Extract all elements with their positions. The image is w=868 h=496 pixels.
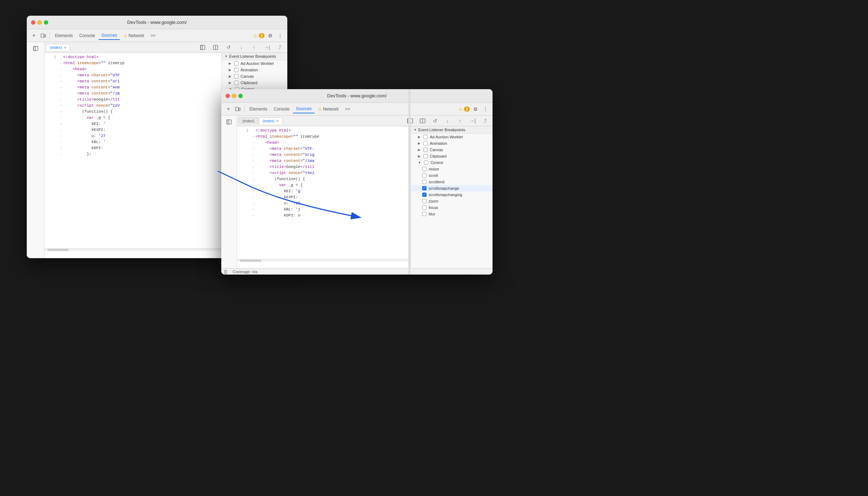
scrollbar-thumb-2[interactable] (240, 260, 261, 262)
tab-close-1[interactable]: ✕ (64, 46, 66, 50)
bp-sub-checkbox-w2-resize[interactable] (422, 167, 427, 171)
bp-section-header-2[interactable]: ▼ Event Listener Breakpoints (411, 126, 493, 134)
source-tab-index-2a[interactable]: (index) (238, 117, 258, 124)
traffic-lights-2[interactable] (226, 94, 243, 98)
inspect-icon-1[interactable]: ⌖ (30, 31, 38, 40)
console-icon-2[interactable]: {} (224, 269, 227, 274)
bp-sub-checkbox-w2-scrollend[interactable] (422, 180, 427, 184)
minimize-button-1[interactable] (37, 20, 42, 25)
toolbar-1: ⌖ Elements Console Sources ⚠ Network >> … (27, 29, 287, 42)
close-button-1[interactable] (31, 20, 35, 25)
bp-item-3[interactable]: ▶ Canvas (222, 73, 287, 80)
bp-sub-item-w2-zoom[interactable]: zoom (411, 198, 493, 204)
tab-elements-1[interactable]: Elements (52, 32, 76, 40)
source-tab-index-1[interactable]: (index) ✕ (46, 44, 70, 51)
code-line: – kOPI: o (237, 213, 410, 219)
bp-checkbox-w2-3[interactable] (423, 148, 428, 152)
bp-sub-item-w2-scrollend[interactable]: scrollend (411, 179, 493, 185)
devtools-window-2: DevTools - www.google.com/ ⌖ Elements Co… (221, 89, 493, 275)
sidebar-toggle-1[interactable] (30, 44, 42, 53)
code-editor-2[interactable]: 1 <!doctype html> – <html itemscope="" i… (237, 126, 410, 268)
settings-icon-1[interactable]: ⚙ (266, 31, 274, 40)
code-line: – <meta content="ori (45, 78, 221, 85)
bp-item-w2-4[interactable]: ▶ Clipboard (411, 153, 493, 159)
bp-item-w2-3[interactable]: ▶ Canvas (411, 147, 493, 153)
tab-sources-1[interactable]: Sources (99, 31, 120, 40)
bp-sub-checkbox-w2-blur[interactable] (422, 212, 427, 216)
bp-sub-checkbox-w2-scrollsnapchange[interactable]: ✓ (422, 186, 427, 190)
tab-sources-2[interactable]: Sources (293, 105, 314, 113)
tabs-bar-1: (index) ✕ ↺ ↓ ↑ (45, 42, 287, 53)
bp-sub-item-w2-blur[interactable]: blur (411, 211, 493, 217)
step-out-btn-1[interactable]: ↑ (248, 42, 260, 52)
bp-item-2[interactable]: ▶ Animation (222, 67, 287, 73)
bp-checkbox-w2-1[interactable] (423, 135, 428, 139)
bp-checkbox-4[interactable] (234, 81, 238, 85)
minimize-button-2[interactable] (232, 94, 236, 98)
code-line: – <meta content="Anm (45, 85, 221, 91)
close-button-2[interactable] (226, 94, 230, 98)
bp-checkbox-w2-2[interactable] (423, 141, 428, 145)
scrollbar-thumb-1[interactable] (47, 249, 69, 251)
step-btn-2[interactable]: →| (466, 116, 479, 126)
bp-item-w2-5[interactable]: ▼ Control (411, 159, 493, 166)
bp-item-1[interactable]: ▶ Ad Auction Worklet (222, 60, 287, 67)
bp-sub-item-w2-scrollsnapchanging[interactable]: ✓ scrollsnapchanging (411, 191, 493, 198)
settings-icon-2[interactable]: ⚙ (471, 105, 480, 113)
bp-item-w2-2[interactable]: ▶ Animation (411, 140, 493, 147)
step-over-2[interactable]: ↺ (429, 116, 441, 126)
bp-item-w2-1[interactable]: ▶ Ad Auction Worklet (411, 134, 493, 140)
split-btn-1[interactable] (210, 42, 222, 52)
tab-close-2[interactable]: ✕ (276, 119, 279, 123)
device-icon-2[interactable] (233, 105, 242, 113)
scrollbar-1[interactable] (45, 248, 221, 251)
add-tab-btn-1[interactable] (197, 42, 209, 52)
bp-checkbox-w2-4[interactable] (423, 154, 428, 158)
tab-console-2[interactable]: Console (271, 105, 292, 113)
code-line: – u: '719 (237, 200, 410, 206)
device-icon-1[interactable] (39, 31, 47, 40)
step-btn-1[interactable]: →| (261, 42, 273, 52)
code-editor-1[interactable]: 1 <!doctype html> – <html itemscope="" i… (45, 53, 221, 258)
step-into-2[interactable]: ↓ (441, 116, 454, 126)
bp-sub-checkbox-w2-zoom[interactable] (422, 199, 427, 203)
tabs-bar-2: (index) (index) ✕ (237, 116, 493, 126)
more-icon-2[interactable]: ⋮ (481, 105, 490, 113)
traffic-lights-1[interactable] (31, 20, 48, 25)
bp-section-header-1[interactable]: ▼ Event Listener Breakpoints (222, 53, 287, 60)
sidebar-toggle-2[interactable] (223, 117, 235, 127)
bp-checkbox-w2-5[interactable] (424, 160, 428, 165)
inspect-icon-2[interactable]: ⌖ (224, 105, 233, 113)
more-icon-1[interactable]: ⋮ (276, 31, 284, 40)
code-line: – <meta content="/ima (237, 158, 410, 164)
bp-sub-item-w2-focus[interactable]: focus (411, 204, 493, 211)
maximize-button-2[interactable] (238, 94, 243, 98)
bp-checkbox-2[interactable] (234, 68, 238, 72)
tab-network-2[interactable]: ⚠ Network (315, 105, 342, 113)
deactivate-btn-1[interactable]: ⤴ (274, 42, 286, 52)
tab-more-1[interactable]: >> (148, 32, 158, 40)
bp-sub-item-w2-scroll[interactable]: scroll (411, 172, 493, 179)
bp-sub-checkbox-w2-scroll[interactable] (422, 173, 427, 178)
deactivate-2[interactable]: ⤴ (479, 116, 491, 126)
scrollbar-2[interactable] (237, 259, 410, 262)
bp-item-4[interactable]: ▶ Clipboard (222, 80, 287, 86)
maximize-button-1[interactable] (44, 20, 48, 25)
tab-network-1[interactable]: ⚠ Network (121, 32, 147, 40)
bp-sub-checkbox-w2-focus[interactable] (422, 205, 427, 210)
split-btn-2[interactable] (417, 116, 429, 126)
bp-sub-item-w2-resize[interactable]: resize (411, 166, 493, 172)
tab-more-2[interactable]: >> (342, 105, 353, 113)
step-into-btn-1[interactable]: ↓ (235, 42, 247, 52)
bp-sub-item-w2-scrollsnapchange[interactable]: ✓ scrollsnapchange (411, 185, 493, 191)
step-over-btn-1[interactable]: ↺ (222, 42, 234, 52)
svg-rect-8 (236, 107, 238, 111)
step-out-2[interactable]: ↑ (454, 116, 466, 126)
bp-checkbox-3[interactable] (234, 74, 238, 78)
source-tab-index-2b[interactable]: (index) ✕ (259, 117, 283, 124)
bp-sub-checkbox-w2-scrollsnapchanging[interactable]: ✓ (422, 193, 427, 197)
bp-checkbox-1[interactable] (234, 61, 238, 66)
tab-console-1[interactable]: Console (76, 32, 98, 40)
tab-elements-2[interactable]: Elements (247, 105, 270, 113)
toolbar-right-2: ⚠ 2 ⚙ ⋮ (459, 105, 490, 113)
